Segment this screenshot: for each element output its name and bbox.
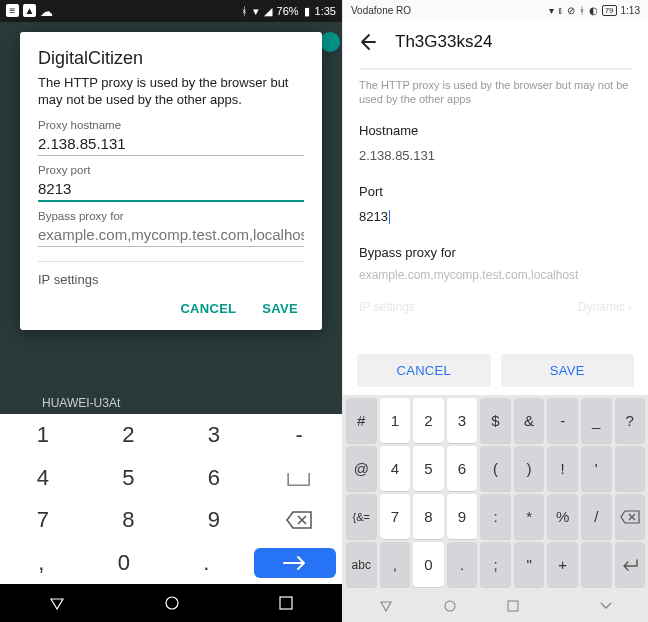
key-8[interactable]: 8 [86,499,172,542]
svg-point-2 [445,601,455,611]
cancel-button[interactable]: CANCEL [357,354,491,387]
signal-icon: ◢ [264,5,272,18]
ip-settings-row[interactable]: IP settings [38,262,304,287]
key-0[interactable]: 0 [83,542,166,585]
keyboard-right: # 1 2 3 $ & - _ ? @ 4 5 6 ( ) ! ' {&= 7 … [343,395,648,590]
save-button[interactable]: SAVE [501,354,635,387]
key-comma[interactable]: , [380,542,411,587]
nav-back-icon[interactable] [49,595,65,611]
key-4[interactable]: 4 [0,457,86,500]
key-colon[interactable]: : [480,494,511,539]
left-phone: ≡ ▲ ☁ ᚼ ▾ ◢ 76% ▮ 1:35 DigitalCitizen Th… [0,0,342,622]
bluetooth-icon: ᚼ [241,5,248,17]
key-underscore[interactable]: _ [581,398,612,443]
key-backspace[interactable] [257,499,343,542]
dim-background: DigitalCitizen The HTTP proxy is used by… [0,22,342,414]
key-blank2[interactable] [581,542,612,587]
key-period[interactable]: . [447,542,478,587]
key-5[interactable]: 5 [86,457,172,500]
key-bang[interactable]: ! [547,446,578,491]
alarm-icon: ⊘ [567,5,575,16]
navbar-right [343,590,648,622]
key-quote[interactable]: " [514,542,545,587]
key-9[interactable]: 9 [447,494,478,539]
hostname-label: Proxy hostname [38,119,304,131]
bypass-label: Bypass proxy for [38,210,304,222]
key-1[interactable]: 1 [0,414,86,457]
key-9[interactable]: 9 [171,499,257,542]
key-6[interactable]: 6 [447,446,478,491]
key-amp[interactable]: & [514,398,545,443]
nav-recent-icon[interactable] [507,600,519,612]
key-pct[interactable]: % [547,494,578,539]
port-input[interactable] [38,176,304,202]
bypass-input[interactable] [38,222,304,247]
nav-home-icon[interactable] [164,595,180,611]
key-7[interactable]: 7 [0,499,86,542]
key-2[interactable]: 2 [413,398,444,443]
save-button[interactable]: SAVE [262,301,298,316]
key-hash[interactable]: # [346,398,377,443]
key-8[interactable]: 8 [413,494,444,539]
key-abc[interactable]: abc [346,542,377,587]
key-at[interactable]: @ [346,446,377,491]
port-input[interactable]: 8213 [359,199,632,240]
back-button[interactable] [357,32,377,52]
key-5[interactable]: 5 [413,446,444,491]
nav-home-icon[interactable] [443,599,457,613]
key-space[interactable]: ⌴ [257,457,343,500]
appbar: Th3G33ks24 [343,20,648,64]
key-slash[interactable]: / [581,494,612,539]
key-rparen[interactable]: ) [514,446,545,491]
key-blank1[interactable] [615,446,646,491]
image-icon: ▲ [23,4,36,17]
nav-recent-icon[interactable] [279,596,293,610]
key-0[interactable]: 0 [413,542,444,587]
key-6[interactable]: 6 [171,457,257,500]
key-4[interactable]: 4 [380,446,411,491]
bypass-label: Bypass proxy for [359,245,632,260]
key-star[interactable]: * [514,494,545,539]
key-dash[interactable]: - [257,414,343,457]
hostname-input[interactable] [38,131,304,156]
key-period[interactable]: . [165,542,248,585]
port-label: Proxy port [38,164,304,176]
key-lparen[interactable]: ( [480,446,511,491]
clock: 1:35 [315,5,336,17]
battery-pct: 79 [602,5,617,16]
dialog-title: DigitalCitizen [38,48,304,69]
right-form: The HTTP proxy is used by the browser bu… [343,64,648,348]
page-title: Th3G33ks24 [395,32,492,52]
dialog-help-text: The HTTP proxy is used by the browser bu… [38,75,304,109]
key-plus[interactable]: + [547,542,578,587]
key-7[interactable]: 7 [380,494,411,539]
key-dash[interactable]: - [547,398,578,443]
key-enter[interactable] [615,542,646,587]
key-enter[interactable] [254,548,337,579]
wifi-icon: ▾ [253,5,259,18]
key-question[interactable]: ? [615,398,646,443]
key-backspace[interactable] [615,494,646,539]
help-text: The HTTP proxy is used by the browser bu… [359,78,632,107]
nav-back-icon[interactable] [379,599,393,613]
bypass-input[interactable]: example.com,mycomp.test.com,localhost [359,260,632,296]
key-1[interactable]: 1 [380,398,411,443]
keyboard-hide-icon[interactable] [599,601,613,611]
key-2[interactable]: 2 [86,414,172,457]
key-semi[interactable]: ; [480,542,511,587]
proxy-dialog: DigitalCitizen The HTTP proxy is used by… [20,32,322,330]
key-apos[interactable]: ' [581,446,612,491]
key-3[interactable]: 3 [171,414,257,457]
dnd-icon: ◐ [589,5,598,16]
cancel-button[interactable]: CANCEL [180,301,236,316]
numeric-keyboard-left: 1 2 3 - 4 5 6 ⌴ 7 8 9 , 0 . [0,414,342,584]
key-comma[interactable]: , [0,542,83,585]
action-row: CANCEL SAVE [343,348,648,395]
notif-icon: ≡ [6,4,19,17]
key-symbols[interactable]: {&= [346,494,377,539]
clock: 1:13 [621,5,640,16]
key-dollar[interactable]: $ [480,398,511,443]
ip-settings-row[interactable]: IP settings Dynamic › [359,296,632,314]
key-3[interactable]: 3 [447,398,478,443]
hostname-input[interactable]: 2.138.85.131 [359,138,632,178]
